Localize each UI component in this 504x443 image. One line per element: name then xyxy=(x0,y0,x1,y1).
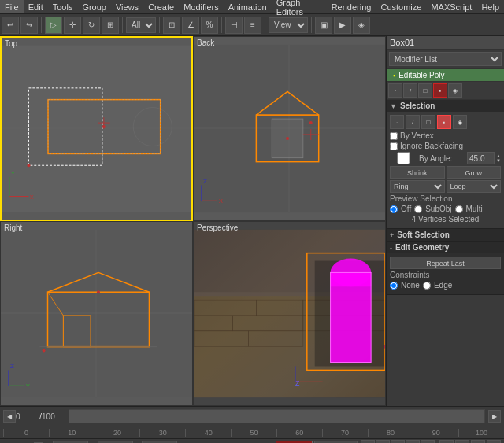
activeshade-btn[interactable]: ◈ xyxy=(353,17,370,34)
edge-label: Edge xyxy=(434,281,452,290)
svg-text:Z: Z xyxy=(295,379,300,387)
menu-create[interactable]: Create xyxy=(143,0,179,13)
edge-radio[interactable] xyxy=(423,282,431,290)
svg-rect-58 xyxy=(331,272,372,286)
loop-dropdown[interactable]: Loop xyxy=(447,180,502,193)
menu-edit[interactable]: Edit xyxy=(24,0,48,13)
selection-collapse-arrow: ▼ xyxy=(390,102,397,110)
menu-rendering[interactable]: Rendering xyxy=(327,0,376,13)
shrink-button[interactable]: Shrink xyxy=(390,166,445,179)
by-angle-row: By Angle: ▲ ▼ xyxy=(390,152,501,164)
toolbar-sep-5 xyxy=(265,17,265,33)
zoom-btn[interactable]: 🔍 xyxy=(439,440,454,444)
border-icon[interactable]: □ xyxy=(421,115,435,129)
viewport-back[interactable]: Back X Z xyxy=(193,36,386,221)
goto-start-btn[interactable]: ⏮ xyxy=(361,440,375,444)
polygon-icon[interactable]: ▪ xyxy=(437,115,451,129)
quick-render-btn[interactable]: ▶ xyxy=(334,17,351,34)
viewport-right[interactable]: Right Y Z xyxy=(0,221,193,406)
ruler-tick-50: 50 xyxy=(231,429,276,437)
preview-selection-label: Preview Selection xyxy=(390,194,501,203)
repeat-last-button[interactable]: Repeat Last xyxy=(390,257,501,269)
angle-down-arrow[interactable]: ▼ xyxy=(496,158,501,163)
none-radio[interactable] xyxy=(390,282,398,290)
off-radio[interactable] xyxy=(390,205,398,213)
ignore-backfacing-checkbox[interactable] xyxy=(390,142,398,150)
viewports-container: Top X Y xyxy=(0,36,386,406)
pan-btn[interactable]: ✋ xyxy=(455,440,469,444)
timeline-start: 0 xyxy=(16,412,39,421)
border-mode-btn[interactable]: □ xyxy=(418,83,432,98)
soft-selection-title: Soft Selection xyxy=(397,231,450,239)
multi-radio[interactable] xyxy=(455,205,463,213)
view-dropdown[interactable]: View xyxy=(269,17,308,33)
viewport-perspective[interactable]: Perspective xyxy=(193,221,386,406)
scale-button[interactable]: ⊞ xyxy=(102,17,119,34)
edit-geometry-collapse-arrow: - xyxy=(390,244,392,252)
ring-dropdown[interactable]: Ring xyxy=(390,180,445,193)
menu-modifiers[interactable]: Modifiers xyxy=(179,0,224,13)
menu-file[interactable]: File xyxy=(0,0,24,13)
play-btn[interactable]: ▶ xyxy=(391,440,405,444)
by-angle-checkbox[interactable] xyxy=(390,152,417,164)
undo-button[interactable]: ↩ xyxy=(2,17,19,34)
svg-text:Y: Y xyxy=(11,170,16,177)
ruler-ticks: 0 10 20 30 40 50 60 70 80 90 100 xyxy=(3,429,504,437)
editable-poly-item[interactable]: ▪ Editable Poly xyxy=(387,69,504,82)
percent-snap[interactable]: % xyxy=(201,17,218,34)
svg-text:Z: Z xyxy=(203,178,207,185)
goto-end-btn[interactable]: ⏭ xyxy=(421,440,435,444)
selection-status: 4 Vertices Selected xyxy=(390,215,501,223)
edit-geometry-section: - Edit Geometry Repeat Last Constraints … xyxy=(387,242,504,295)
poly-mode-btn[interactable]: ▪ xyxy=(433,83,447,98)
menu-maxscript[interactable]: MAXScript xyxy=(426,0,476,13)
layer-dropdown[interactable]: All xyxy=(126,17,156,33)
subobj-label: SubObj xyxy=(425,205,451,213)
maximize-btn[interactable]: ⊞ xyxy=(487,440,501,444)
align-button[interactable]: ≡ xyxy=(244,17,261,34)
menu-views[interactable]: Views xyxy=(111,0,143,13)
timeline-prev-btn[interactable]: ◀ xyxy=(3,410,16,423)
ruler-tick-100: 100 xyxy=(458,429,504,437)
menu-tools[interactable]: Tools xyxy=(48,0,78,13)
subobj-radio[interactable] xyxy=(414,205,422,213)
ruler-area: 0 10 20 30 40 50 60 70 80 90 100 xyxy=(0,426,504,438)
selection-header[interactable]: ▼ Selection xyxy=(387,100,504,112)
timeline-track[interactable] xyxy=(69,409,485,423)
orbit-btn[interactable]: ↻ xyxy=(471,440,485,444)
next-frame-btn[interactable]: ▶ xyxy=(406,440,420,444)
edit-geometry-header[interactable]: - Edit Geometry xyxy=(387,242,504,253)
menu-customize[interactable]: Customize xyxy=(376,0,426,13)
element-mode-btn[interactable]: ◈ xyxy=(448,83,462,98)
vertex-icon[interactable]: · xyxy=(390,115,404,129)
edge-icon[interactable]: / xyxy=(406,115,420,129)
menu-help[interactable]: Help xyxy=(476,0,504,13)
prev-frame-btn[interactable]: ◀ xyxy=(376,440,390,444)
grow-button[interactable]: Grow xyxy=(447,166,502,179)
menu-graph-editors[interactable]: Graph Editors xyxy=(272,0,327,13)
menu-animation[interactable]: Animation xyxy=(224,0,272,13)
selection-content: · / □ ▪ ◈ By Vertex Ignore Backfacing By… xyxy=(387,112,504,228)
select-button[interactable]: ▷ xyxy=(45,17,62,34)
render-scene-btn[interactable]: ▣ xyxy=(315,17,332,34)
edge-mode-btn[interactable]: / xyxy=(403,83,417,98)
viewport-top-label: Top xyxy=(5,39,17,48)
toolbar-sep-3 xyxy=(159,17,160,33)
angle-snap[interactable]: ∠ xyxy=(182,17,199,34)
redo-button[interactable]: ↪ xyxy=(20,17,38,34)
ruler-tick-60: 60 xyxy=(276,429,322,437)
mirror-button[interactable]: ⊣ xyxy=(225,17,243,34)
move-button[interactable]: ✛ xyxy=(64,17,81,34)
element-icon[interactable]: ◈ xyxy=(453,115,467,129)
viewport-top[interactable]: Top X Y xyxy=(0,36,193,221)
vertex-mode-btn[interactable]: · xyxy=(388,83,402,98)
ignore-backfacing-row: Ignore Backfacing xyxy=(390,142,501,150)
menu-group[interactable]: Group xyxy=(77,0,111,13)
rotate-button[interactable]: ↻ xyxy=(83,17,100,34)
snap-toggle[interactable]: ⊡ xyxy=(163,17,180,34)
by-vertex-checkbox[interactable] xyxy=(390,132,398,140)
angle-input[interactable] xyxy=(467,152,495,164)
soft-selection-header[interactable]: + Soft Selection xyxy=(387,229,504,241)
modifier-list-dropdown[interactable]: Modifier List xyxy=(389,52,502,66)
timeline-next-btn[interactable]: ▶ xyxy=(488,410,501,423)
